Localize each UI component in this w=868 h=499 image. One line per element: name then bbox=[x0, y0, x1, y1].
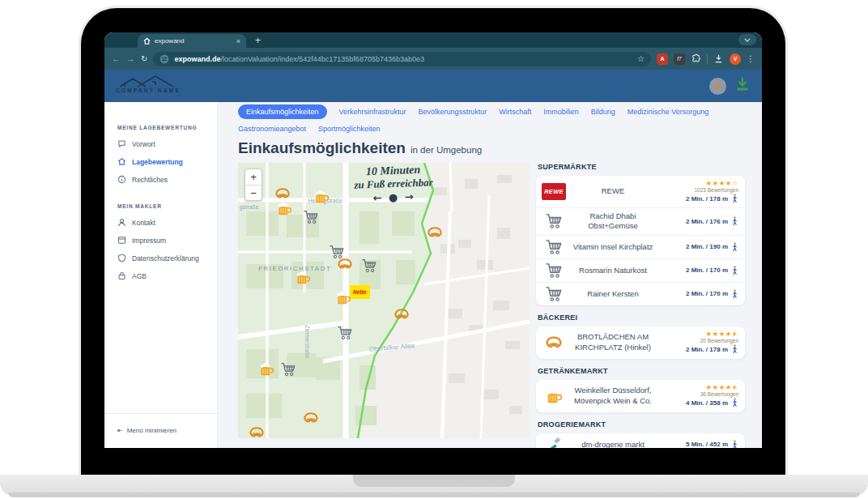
browser-window: expowand × + ← → ↻ expowand.de/locationV… bbox=[104, 32, 762, 448]
back-button[interactable]: ← bbox=[112, 54, 121, 63]
profile-avatar[interactable]: V bbox=[730, 53, 741, 65]
rating-stars: ★★★★☆ bbox=[705, 180, 738, 187]
beer-map-marker-icon[interactable] bbox=[295, 271, 311, 285]
export-download-icon[interactable] bbox=[734, 76, 751, 96]
reload-button[interactable]: ↻ bbox=[141, 55, 147, 63]
panel-section-title: SUPERMÄRKTE bbox=[538, 163, 745, 171]
place-row[interactable]: Weinkeller Düsseldorf, Mövenpick Wein & … bbox=[536, 380, 745, 412]
walking-icon bbox=[731, 266, 738, 275]
zoom-in-button[interactable]: + bbox=[245, 169, 262, 185]
sidebar-item-impressum[interactable]: Impressum bbox=[117, 236, 217, 245]
beer-map-marker-icon[interactable] bbox=[335, 291, 351, 305]
sidebar-item-vorwort[interactable]: Vorwort bbox=[117, 139, 217, 148]
tab-title: expowand bbox=[155, 37, 232, 45]
theme-sun-icon[interactable] bbox=[709, 78, 726, 95]
place-row[interactable]: Vitamin Insel Kirchplatz2 Min. / 190 m bbox=[536, 236, 745, 259]
bookmark-star-icon[interactable]: ☆ bbox=[637, 54, 645, 63]
toolbar-divider bbox=[707, 54, 708, 64]
sidebar-divider bbox=[104, 413, 217, 414]
zoom-out-button[interactable]: − bbox=[245, 185, 262, 200]
info-icon bbox=[117, 175, 126, 184]
netto-logo-map-marker-icon[interactable]: Netto bbox=[350, 283, 366, 297]
downloads-icon[interactable] bbox=[713, 53, 724, 64]
map-street-label: Zimmerstraße bbox=[304, 326, 309, 358]
review-count: 20 Bewertungen bbox=[700, 338, 738, 343]
collapse-menu-button[interactable]: ⇤ Menü minimieren bbox=[117, 427, 177, 434]
pretzel-map-marker-icon[interactable] bbox=[394, 307, 410, 322]
cart-map-marker-icon[interactable] bbox=[280, 362, 296, 377]
pretzel-map-marker-icon[interactable] bbox=[337, 257, 353, 271]
laptop-base-edge bbox=[8, 493, 860, 497]
beer-map-marker-icon[interactable] bbox=[258, 362, 274, 377]
company-slogan: Slogan Goes Here bbox=[116, 93, 181, 97]
place-row[interactable]: dm-drogerie markt5 Min. / 452 m bbox=[536, 433, 745, 448]
acrobat-extension-icon[interactable]: A bbox=[657, 53, 668, 65]
browser-toolbar: ← → ↻ expowand.de/locationValuation/inde… bbox=[104, 48, 762, 70]
place-row[interactable]: BROTLÄDCHEN AM KIRCHPLATZ (Hinkel)★★★★★☆… bbox=[536, 326, 745, 359]
place-row[interactable]: Rainer Kersten2 Min. / 170 m bbox=[536, 283, 745, 305]
tab-wirtschaft[interactable]: Wirtschaft bbox=[499, 108, 531, 116]
tab-verkehrsinfrastruktur[interactable]: Verkehrsinfrastruktur bbox=[339, 108, 406, 116]
chevron-down-icon bbox=[744, 38, 751, 42]
walk-distance: 2 Min. / 176 m bbox=[686, 216, 738, 226]
site-settings-icon[interactable] bbox=[160, 54, 169, 64]
place-row[interactable]: REWEREWE★★★★☆1023 Bewertungen2 Min. / 17… bbox=[536, 176, 745, 208]
pretzel-map-marker-icon[interactable] bbox=[303, 411, 319, 425]
cart-map-marker-icon[interactable] bbox=[337, 326, 353, 340]
pretzel-map-marker-icon[interactable] bbox=[427, 225, 443, 240]
walk-distance: 2 Min. / 178 m bbox=[686, 344, 738, 354]
map[interactable]: FRIEDRICHSTADTHerzogstraßegstraßeOberbil… bbox=[238, 163, 530, 438]
tab-immobilien[interactable]: Immobilien bbox=[543, 108, 579, 116]
sidebar-item-rechtliches[interactable]: Rechtliches bbox=[117, 175, 217, 184]
cart-icon bbox=[541, 239, 567, 255]
collapse-label: Menü minimieren bbox=[127, 427, 177, 434]
beer-icon bbox=[541, 388, 567, 404]
place-name: Weinkeller Düsseldorf, Mövenpick Wein & … bbox=[567, 386, 659, 406]
company-name: COMPANY NAME bbox=[116, 87, 181, 93]
tab-bildung[interactable]: Bildung bbox=[591, 108, 615, 116]
panel-section-title: DROGERIEMARKT bbox=[538, 420, 745, 429]
app-content: COMPANY NAME Slogan Goes Here bbox=[104, 70, 762, 448]
new-tab-button[interactable]: + bbox=[255, 35, 261, 46]
forward-button[interactable]: → bbox=[126, 54, 135, 63]
beer-map-marker-icon[interactable] bbox=[276, 202, 292, 216]
sidebar-section-title: MEINE LAGEBEWERTUNG bbox=[117, 125, 217, 130]
sidebar-item-label: Vorwort bbox=[132, 140, 155, 148]
page-subtitle: in der Umgebung bbox=[411, 145, 482, 155]
extensions-puzzle-icon[interactable] bbox=[691, 53, 701, 64]
tab-sportmöglichkeiten[interactable]: Sportmöglichkeiten bbox=[318, 125, 381, 133]
company-logo: COMPANY NAME Slogan Goes Here bbox=[116, 75, 181, 97]
walking-icon bbox=[731, 440, 738, 448]
url-bar[interactable]: expowand.de/locationValuation/index/542f… bbox=[153, 52, 651, 66]
panel-section-title: BÄCKEREI bbox=[538, 313, 745, 322]
tab-bevölkerungsstruktur[interactable]: Bevölkerungsstruktur bbox=[419, 108, 487, 116]
chat-icon bbox=[117, 139, 126, 148]
walk-time-annotation: 10 Minuten zu Fuß erreichbar ← ● → bbox=[312, 163, 475, 206]
place-row[interactable]: Rosmarin Naturkost2 Min. / 170 m bbox=[536, 259, 745, 283]
cart-map-marker-icon[interactable] bbox=[303, 210, 319, 224]
tab-list-chevron-button[interactable] bbox=[738, 34, 756, 45]
browser-tab[interactable]: expowand × bbox=[138, 34, 246, 48]
sidebar-item-agb[interactable]: AGB bbox=[117, 271, 217, 280]
browser-menu-icon[interactable]: ⋮ bbox=[747, 54, 755, 63]
panel-card: BROTLÄDCHEN AM KIRCHPLATZ (Hinkel)★★★★★☆… bbox=[536, 326, 745, 359]
sidebar-section-title: MEIN MAKLER bbox=[117, 203, 217, 209]
pretzel-icon bbox=[541, 335, 567, 351]
rooflines-icon bbox=[117, 75, 180, 87]
tab-medizinische-versorgung[interactable]: Medizinische Versorgung bbox=[628, 108, 709, 116]
tab-close-icon[interactable]: × bbox=[236, 37, 240, 45]
pretzel-map-marker-icon[interactable] bbox=[249, 425, 265, 438]
sidebar-item-kontakt[interactable]: Kontakt bbox=[117, 218, 217, 227]
place-name: Vitamin Insel Kirchplatz bbox=[567, 242, 659, 252]
pretzel-map-marker-icon[interactable] bbox=[274, 186, 291, 201]
cart-map-marker-icon[interactable] bbox=[361, 258, 377, 273]
sidebar-item-datenschutzerkl-rung[interactable]: Datenschutzerklärung bbox=[117, 254, 217, 262]
tab-gastronomieangebot[interactable]: Gastronomieangebot bbox=[238, 125, 306, 133]
sidebar-item-lagebewertung[interactable]: Lagebewertung bbox=[117, 157, 217, 166]
f7-extension-icon[interactable]: f7 bbox=[674, 53, 685, 65]
place-row[interactable]: Rachid Dhabi Obst+Gemüse2 Min. / 176 m bbox=[536, 208, 745, 236]
laptop-mockup: expowand × + ← → ↻ expowand.de/locationV… bbox=[0, 0, 868, 499]
tab-einkaufsmöglichkeiten[interactable]: Einkaufsmöglichkeiten bbox=[238, 104, 327, 119]
toothbrush-icon bbox=[541, 437, 567, 448]
place-name: REWE bbox=[567, 186, 659, 196]
